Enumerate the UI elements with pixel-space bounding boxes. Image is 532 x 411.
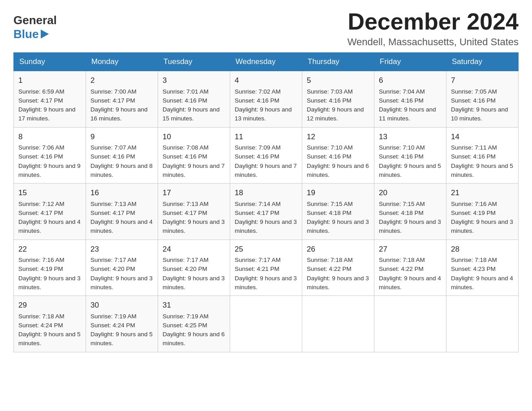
sunset-label: Sunset: 4:18 PM [307,210,352,216]
calendar-cell: 30Sunrise: 7:19 AMSunset: 4:24 PMDayligh… [86,296,158,352]
sunrise-label: Sunrise: 7:18 AM [307,257,353,263]
day-number: 18 [235,187,297,199]
daylight-label: Daylight: 9 hours and 6 minutes. [163,331,225,347]
sunrise-label: Sunrise: 7:07 AM [90,144,137,151]
day-number: 29 [18,300,81,311]
sunrise-label: Sunrise: 6:59 AM [18,88,64,95]
calendar-cell: 8Sunrise: 7:06 AMSunset: 4:16 PMDaylight… [14,127,86,184]
sunset-label: Sunset: 4:16 PM [90,153,135,160]
calendar-week-2: 8Sunrise: 7:06 AMSunset: 4:16 PMDaylight… [14,127,519,184]
day-header-tuesday: Tuesday [158,53,230,71]
calendar-cell: 6Sunrise: 7:04 AMSunset: 4:16 PMDaylight… [374,71,446,128]
calendar-week-5: 29Sunrise: 7:18 AMSunset: 4:24 PMDayligh… [14,296,519,352]
day-header-wednesday: Wednesday [230,53,302,71]
day-header-saturday: Saturday [446,53,519,71]
daylight-label: Daylight: 9 hours and 12 minutes. [307,106,364,122]
sunrise-label: Sunrise: 7:01 AM [163,88,209,95]
calendar-cell: 21Sunrise: 7:16 AMSunset: 4:19 PMDayligh… [446,184,519,240]
calendar-cell: 5Sunrise: 7:03 AMSunset: 4:16 PMDaylight… [302,71,374,128]
sunset-label: Sunset: 4:17 PM [90,97,135,104]
calendar-cell: 9Sunrise: 7:07 AMSunset: 4:16 PMDaylight… [86,127,158,184]
day-number: 2 [90,75,153,86]
calendar-cell: 3Sunrise: 7:01 AMSunset: 4:16 PMDaylight… [158,71,230,128]
day-number: 9 [90,131,153,143]
daylight-label: Daylight: 9 hours and 3 minutes. [163,275,225,291]
day-number: 26 [307,244,369,255]
sunset-label: Sunset: 4:16 PM [451,97,496,104]
day-number: 16 [90,187,153,199]
day-number: 30 [90,300,153,311]
daylight-label: Daylight: 9 hours and 7 minutes. [235,163,297,178]
day-number: 17 [163,187,225,199]
calendar-week-4: 22Sunrise: 7:16 AMSunset: 4:19 PMDayligh… [14,240,519,296]
sunrise-label: Sunrise: 7:18 AM [379,257,425,263]
daylight-label: Daylight: 9 hours and 3 minutes. [307,218,369,234]
sunset-label: Sunset: 4:16 PM [235,97,279,104]
day-number: 4 [235,75,297,86]
sunset-label: Sunset: 4:17 PM [90,210,135,216]
daylight-label: Daylight: 9 hours and 3 minutes. [18,275,81,291]
sunrise-label: Sunrise: 7:18 AM [451,257,497,263]
day-number: 25 [235,244,297,255]
calendar-cell [230,296,302,352]
day-header-thursday: Thursday [302,53,374,71]
day-number: 13 [379,131,442,143]
sunset-label: Sunset: 4:17 PM [163,210,207,216]
daylight-label: Daylight: 9 hours and 3 minutes. [379,218,441,234]
sunrise-label: Sunrise: 7:13 AM [163,201,209,207]
month-title: December 2024 [348,9,519,34]
sunrise-label: Sunrise: 7:12 AM [18,201,64,207]
daylight-label: Daylight: 9 hours and 5 minutes. [379,163,441,178]
calendar-cell: 23Sunrise: 7:17 AMSunset: 4:20 PMDayligh… [86,240,158,296]
day-header-sunday: Sunday [14,53,86,71]
sunset-label: Sunset: 4:17 PM [18,210,63,216]
sunrise-label: Sunrise: 7:04 AM [379,88,425,95]
calendar-cell: 20Sunrise: 7:15 AMSunset: 4:18 PMDayligh… [374,184,446,240]
sunrise-label: Sunrise: 7:17 AM [163,257,209,263]
day-number: 1 [18,75,81,86]
day-number: 28 [451,244,514,255]
daylight-label: Daylight: 9 hours and 16 minutes. [90,106,148,122]
sunrise-label: Sunrise: 7:18 AM [18,313,64,320]
sunrise-label: Sunrise: 7:11 AM [451,144,497,151]
sunrise-label: Sunrise: 7:10 AM [379,144,425,151]
daylight-label: Daylight: 9 hours and 5 minutes. [18,331,81,347]
calendar-cell: 31Sunrise: 7:19 AMSunset: 4:25 PMDayligh… [158,296,230,352]
day-number: 23 [90,244,153,255]
sunrise-label: Sunrise: 7:10 AM [307,144,353,151]
sunset-label: Sunset: 4:16 PM [307,153,352,160]
calendar-cell: 7Sunrise: 7:05 AMSunset: 4:16 PMDaylight… [446,71,519,128]
sunrise-label: Sunrise: 7:15 AM [379,201,425,207]
calendar-table: SundayMondayTuesdayWednesdayThursdayFrid… [13,52,519,352]
calendar-cell: 4Sunrise: 7:02 AMSunset: 4:16 PMDaylight… [230,71,302,128]
sunrise-label: Sunrise: 7:19 AM [90,313,137,320]
sunset-label: Sunset: 4:24 PM [90,322,135,329]
calendar-cell: 2Sunrise: 7:00 AMSunset: 4:17 PMDaylight… [86,71,158,128]
daylight-label: Daylight: 9 hours and 3 minutes. [235,218,297,234]
sunrise-label: Sunrise: 7:06 AM [18,144,64,151]
calendar-cell: 16Sunrise: 7:13 AMSunset: 4:17 PMDayligh… [86,184,158,240]
logo: General Blue [13,13,57,41]
logo-general: General [13,13,57,27]
calendar-cell: 17Sunrise: 7:13 AMSunset: 4:17 PMDayligh… [158,184,230,240]
title-block: December 2024 Wendell, Massachusetts, Un… [348,9,519,48]
sunset-label: Sunset: 4:16 PM [379,153,424,160]
daylight-label: Daylight: 9 hours and 11 minutes. [379,106,436,122]
sunset-label: Sunset: 4:19 PM [451,210,496,216]
day-number: 15 [18,187,81,199]
day-number: 27 [379,244,442,255]
sunset-label: Sunset: 4:23 PM [451,265,496,272]
day-number: 5 [307,75,369,86]
sunrise-label: Sunrise: 7:13 AM [90,201,137,207]
calendar-cell: 11Sunrise: 7:09 AMSunset: 4:16 PMDayligh… [230,127,302,184]
calendar-cell: 12Sunrise: 7:10 AMSunset: 4:16 PMDayligh… [302,127,374,184]
day-number: 11 [235,131,297,143]
sunrise-label: Sunrise: 7:03 AM [307,88,353,95]
daylight-label: Daylight: 9 hours and 7 minutes. [163,163,225,178]
day-number: 20 [379,187,442,199]
calendar-week-1: 1Sunrise: 6:59 AMSunset: 4:17 PMDaylight… [14,71,519,128]
sunset-label: Sunset: 4:16 PM [163,97,207,104]
daylight-label: Daylight: 9 hours and 13 minutes. [235,106,292,122]
calendar-cell: 27Sunrise: 7:18 AMSunset: 4:22 PMDayligh… [374,240,446,296]
logo-arrow-icon [41,30,49,39]
